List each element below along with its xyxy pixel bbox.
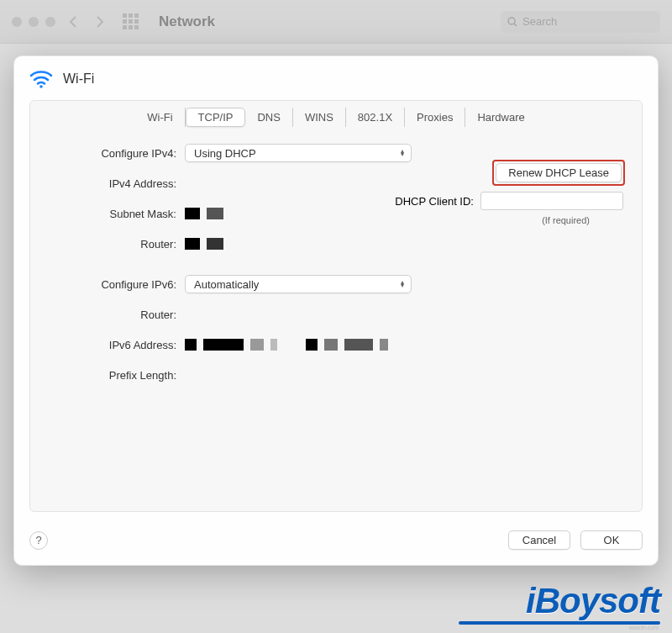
tab-hardware[interactable]: Hardware [465, 108, 536, 127]
router-ipv4-label: Router: [50, 238, 185, 251]
configure-ipv6-label: Configure IPv6: [50, 278, 185, 291]
watermark-logo: iBoysoft [526, 581, 660, 621]
settings-sheet: Wi-Fi Wi-FiTCP/IPDNSWINS802.1XProxiesHar… [13, 55, 659, 566]
svg-line-1 [514, 24, 517, 26]
prefix-length-label: Prefix Length: [50, 369, 185, 382]
subnet-mask-value [185, 208, 223, 219]
ok-button[interactable]: OK [580, 530, 643, 550]
configure-ipv4-select[interactable]: Using DHCP ▴▾ [185, 144, 412, 162]
search-icon [507, 17, 517, 27]
tab-wins[interactable]: WINS [293, 108, 346, 127]
wifi-icon [29, 70, 53, 88]
tab-tcpip[interactable]: TCP/IP [186, 108, 246, 127]
svg-point-0 [508, 18, 515, 24]
router-ipv6-label: Router: [50, 309, 185, 321]
highlight-annotation: Renew DHCP Lease [492, 160, 625, 186]
show-all-icon[interactable] [123, 13, 139, 29]
window-toolbar: Network Search [0, 0, 672, 44]
configure-ipv6-select[interactable]: Automatically ▴▾ [185, 275, 412, 293]
tab-wifi[interactable]: Wi-Fi [135, 108, 185, 127]
subnet-mask-label: Subnet Mask: [50, 208, 185, 220]
ipv6-address-label: IPv6 Address: [50, 339, 185, 351]
svg-point-2 [39, 85, 43, 88]
tab-8021x[interactable]: 802.1X [346, 108, 405, 127]
dhcp-client-id-label: DHCP Client ID: [395, 195, 474, 208]
if-required-label: (If required) [542, 215, 590, 225]
configure-ipv4-value: Using DHCP [194, 147, 256, 160]
tab-proxies[interactable]: Proxies [405, 108, 465, 127]
dhcp-client-id-input[interactable] [480, 192, 623, 210]
tab-dns[interactable]: DNS [245, 108, 292, 127]
settings-tabs: Wi-FiTCP/IPDNSWINS802.1XProxiesHardware [30, 106, 642, 134]
traffic-lights [12, 17, 55, 27]
renew-dhcp-button[interactable]: Renew DHCP Lease [496, 163, 622, 182]
close-icon[interactable] [12, 17, 22, 27]
configure-ipv6-value: Automatically [194, 278, 259, 291]
watermark-tiny: wsxdn.com [629, 625, 659, 630]
router-ipv4-value [185, 238, 223, 250]
back-button[interactable] [64, 13, 82, 31]
cancel-button[interactable]: Cancel [508, 530, 570, 550]
minimize-icon[interactable] [29, 17, 39, 27]
help-button[interactable]: ? [29, 531, 48, 550]
chevron-updown-icon: ▴▾ [401, 150, 404, 156]
ipv6-address-value [185, 339, 388, 351]
window-title: Network [159, 13, 215, 30]
sheet-title: Wi-Fi [63, 71, 94, 87]
ipv4-address-label: IPv4 Address: [50, 177, 185, 190]
forward-button[interactable] [91, 13, 109, 31]
chevron-updown-icon: ▴▾ [401, 281, 404, 287]
tcpip-panel: Wi-FiTCP/IPDNSWINS802.1XProxiesHardware … [29, 100, 643, 512]
search-input[interactable]: Search [501, 11, 660, 33]
zoom-icon[interactable] [45, 17, 55, 27]
search-placeholder: Search [522, 15, 557, 28]
configure-ipv4-label: Configure IPv4: [50, 147, 185, 160]
